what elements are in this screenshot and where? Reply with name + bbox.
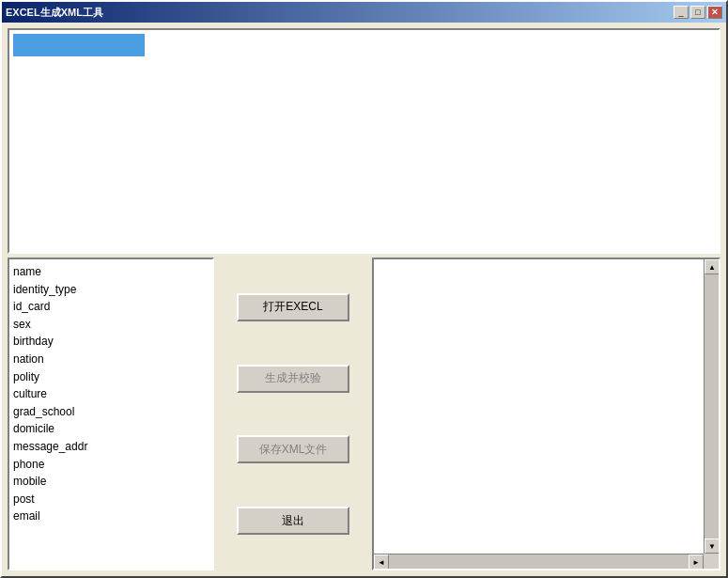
window-content: nameidentity_typeid_cardsexbirthdaynatio… (2, 23, 726, 576)
scroll-down-button[interactable]: ▼ (705, 539, 720, 554)
output-panel: ▲ ▼ ◄ ► (372, 258, 720, 570)
list-item[interactable]: polity (13, 368, 209, 386)
top-tab[interactable] (13, 34, 145, 56)
list-item[interactable]: email (13, 508, 209, 525)
open-excel-button[interactable]: 打开EXECL (237, 293, 349, 321)
minimize-button[interactable]: _ (674, 6, 689, 19)
list-item[interactable]: id_card (13, 298, 209, 316)
exit-button[interactable]: 退出 (237, 507, 349, 535)
list-item[interactable]: post (13, 491, 209, 508)
save-xml-button[interactable]: 保存XML文件 (237, 435, 349, 463)
list-item[interactable]: grad_school (13, 403, 209, 421)
list-item[interactable]: identity_type (13, 281, 209, 299)
list-item[interactable]: phone (13, 456, 209, 474)
list-item[interactable]: domicile (13, 420, 209, 438)
main-window: EXCEL生成XML工具 _ □ ✕ nameidentity_typeid_c… (0, 0, 728, 578)
top-panel (8, 28, 720, 254)
bottom-area: nameidentity_typeid_cardsexbirthdaynatio… (8, 258, 720, 570)
generate-button[interactable]: 生成并校验 (237, 365, 349, 393)
title-bar-controls: _ □ ✕ (674, 6, 722, 19)
field-list: nameidentity_typeid_cardsexbirthdaynatio… (8, 258, 214, 570)
horizontal-scrollbar[interactable]: ◄ ► (374, 554, 704, 569)
list-item[interactable]: message_addr (13, 438, 209, 456)
list-item[interactable]: mobile (13, 473, 209, 491)
scroll-up-button[interactable]: ▲ (705, 259, 720, 274)
list-item[interactable]: birthday (13, 333, 209, 351)
vertical-scrollbar[interactable]: ▲ ▼ (704, 259, 719, 554)
scroll-left-button[interactable]: ◄ (374, 555, 389, 570)
scroll-track-h[interactable] (389, 555, 689, 569)
maximize-button[interactable]: □ (690, 6, 705, 19)
title-bar: EXCEL生成XML工具 _ □ ✕ (2, 2, 726, 23)
list-item[interactable]: nation (13, 351, 209, 368)
list-item[interactable]: culture (13, 385, 209, 403)
scroll-track-v[interactable] (705, 274, 719, 539)
list-item[interactable]: name (13, 263, 209, 281)
window-title: EXCEL生成XML工具 (6, 6, 103, 20)
scroll-right-button[interactable]: ► (689, 555, 704, 570)
list-item[interactable]: sex (13, 316, 209, 334)
close-button[interactable]: ✕ (707, 6, 722, 19)
action-panel: 打开EXECL 生成并校验 保存XML文件 退出 (218, 258, 368, 570)
scrollbar-corner (704, 554, 719, 569)
